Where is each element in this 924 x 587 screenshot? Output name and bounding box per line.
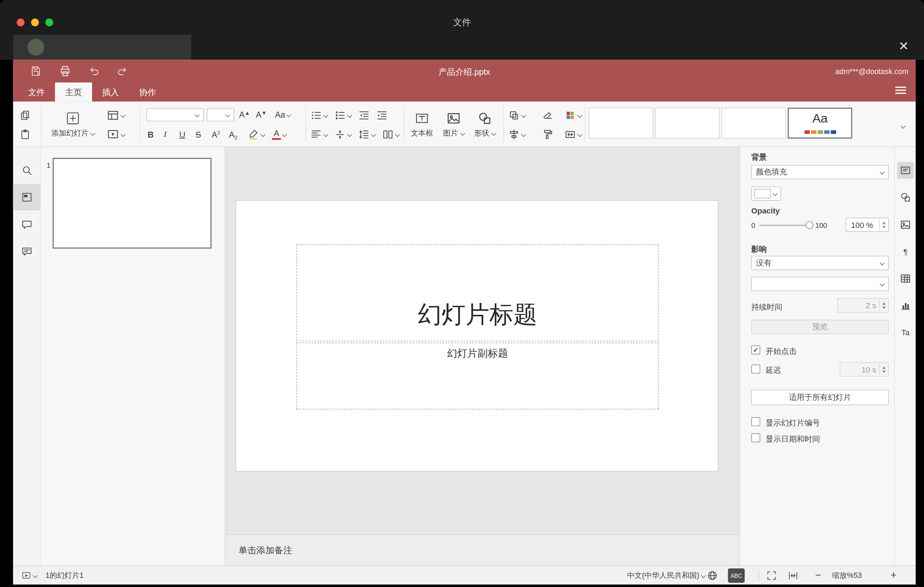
shape-settings-button[interactable] — [897, 189, 914, 206]
font-size-select[interactable] — [207, 108, 234, 121]
clear-style-button[interactable] — [541, 107, 553, 123]
spellcheck-button[interactable]: ABC — [728, 569, 745, 583]
subtitle-placeholder[interactable]: 幻灯片副标题 — [296, 343, 658, 410]
vertical-align-button[interactable] — [334, 127, 351, 142]
slide-thumbnail-1[interactable] — [53, 158, 212, 249]
underline-button[interactable]: U — [180, 127, 185, 142]
font-name-select[interactable] — [147, 108, 204, 121]
overlay-close-button[interactable]: × — [893, 35, 914, 59]
slide-size-button[interactable] — [564, 127, 581, 142]
increase-indent-button[interactable] — [376, 107, 388, 123]
bullets-button[interactable] — [310, 107, 328, 123]
increase-font-button[interactable]: A▲ — [239, 107, 250, 122]
delay-checkbox[interactable] — [751, 364, 761, 374]
zoom-level[interactable]: 缩放%53 — [826, 566, 868, 585]
decrease-indent-button[interactable] — [358, 107, 370, 123]
image-settings-button[interactable] — [897, 216, 914, 233]
comments-panel-button[interactable] — [13, 212, 40, 238]
language-select[interactable]: 中文(中华人民共和国) — [627, 566, 705, 585]
fit-width-button[interactable] — [788, 566, 799, 585]
color-scheme-button[interactable] — [564, 107, 581, 123]
image-icon — [446, 110, 461, 126]
effect-select[interactable]: 没有 — [751, 256, 889, 270]
chat-panel-button[interactable] — [13, 238, 40, 265]
start-slideshow-button[interactable] — [106, 127, 125, 142]
table-icon — [899, 272, 911, 284]
table-settings-button[interactable] — [897, 270, 914, 287]
slides-panel-button[interactable] — [13, 184, 40, 210]
bold-button[interactable]: B — [148, 127, 154, 142]
preview-button[interactable]: 预览 — [751, 320, 889, 334]
decrease-font-button[interactable]: A▼ — [256, 107, 267, 122]
tab-collaboration[interactable]: 协作 — [129, 82, 167, 101]
window-title: 文件 — [0, 17, 924, 28]
theme-gallery-expand-button[interactable] — [901, 118, 905, 134]
paragraph-settings-button[interactable]: ¶ — [897, 243, 914, 260]
align-shapes-button[interactable] — [508, 127, 525, 142]
horizontal-align-button[interactable] — [310, 127, 328, 142]
document-language-button[interactable] — [706, 566, 718, 585]
change-case-icon: Aa — [275, 110, 285, 119]
zoom-out-button[interactable]: − — [815, 566, 821, 585]
account-email: adm***@dootask.com — [835, 68, 908, 76]
copy-button[interactable] — [19, 107, 31, 123]
strikethrough-button[interactable]: S — [196, 127, 201, 142]
opacity-slider-knob[interactable] — [806, 221, 813, 229]
theme-option-3[interactable] — [721, 107, 786, 139]
opacity-input[interactable]: 100 % — [846, 218, 889, 232]
show-date-time-checkbox[interactable] — [751, 433, 761, 442]
apply-to-all-slides-button[interactable]: 适用于所有幻灯片 — [751, 390, 889, 405]
spinner[interactable] — [879, 300, 888, 312]
macos-titlebar: 文件 — [0, 0, 924, 35]
start-on-click-checkbox[interactable]: ✓ — [751, 345, 761, 355]
notes-area[interactable]: 单击添加备注 — [225, 534, 739, 566]
delay-input[interactable]: 10 s — [840, 362, 889, 377]
change-layout-button[interactable] — [106, 107, 125, 123]
columns-button[interactable] — [382, 127, 399, 142]
insert-image-button[interactable]: 图片 — [439, 104, 469, 145]
slide-settings-button[interactable] — [897, 162, 914, 179]
arrange-shapes-button[interactable] — [508, 107, 525, 123]
background-color-picker[interactable] — [751, 186, 781, 201]
tab-insert[interactable]: 插入 — [92, 82, 129, 101]
opacity-slider-track[interactable] — [760, 225, 811, 226]
start-slideshow-status-button[interactable] — [21, 566, 37, 585]
chevron-down-icon — [347, 113, 352, 118]
copy-style-button[interactable] — [541, 127, 553, 142]
insert-textbox-button[interactable]: 文本框 — [408, 104, 436, 145]
duration-input[interactable]: 2 s — [837, 298, 889, 313]
tab-file[interactable]: 文件 — [18, 82, 55, 101]
tab-home[interactable]: 主页 — [55, 82, 92, 101]
slide[interactable]: 幻灯片标题 幻灯片副标题 — [236, 200, 719, 472]
zoom-in-button[interactable]: + — [891, 566, 897, 585]
chart-settings-button[interactable] — [897, 297, 914, 314]
theme-option-2[interactable] — [655, 107, 720, 139]
theme-option-1[interactable] — [589, 107, 653, 139]
title-placeholder[interactable]: 幻灯片标题 — [296, 244, 658, 341]
theme-option-selected[interactable]: Aa — [788, 107, 852, 139]
slide-canvas[interactable]: 幻灯片标题 幻灯片副标题 单击添加备注 — [225, 147, 739, 566]
subscript-button[interactable]: A2 — [229, 127, 237, 142]
menu-hamburger-icon[interactable] — [895, 85, 906, 96]
textart-settings-button[interactable]: Ta — [897, 324, 914, 341]
superscript-button[interactable]: A2 — [212, 127, 220, 142]
spinner[interactable] — [879, 363, 888, 375]
font-color-button[interactable]: A — [272, 127, 287, 142]
chevron-down-icon — [90, 130, 95, 135]
numbering-button[interactable] — [334, 107, 351, 123]
font-increase-icon: A▲ — [239, 110, 250, 119]
show-slide-number-checkbox[interactable] — [751, 417, 761, 426]
insert-shape-button[interactable]: 形状 — [470, 104, 500, 145]
highlight-color-button[interactable] — [248, 127, 265, 142]
italic-button[interactable]: I — [163, 127, 167, 142]
add-slide-button[interactable]: 添加幻灯片 — [42, 104, 104, 145]
background-fill-select[interactable]: 颜色填充 — [751, 165, 889, 180]
search-panel-button[interactable] — [13, 157, 40, 184]
paste-button[interactable] — [19, 127, 31, 142]
spinner[interactable] — [879, 219, 888, 231]
add-slide-icon — [65, 110, 81, 126]
change-case-button[interactable]: Aa — [275, 107, 290, 122]
fit-slide-button[interactable] — [766, 566, 777, 585]
effect-type-select[interactable] — [751, 277, 889, 291]
line-spacing-button[interactable] — [358, 127, 375, 142]
